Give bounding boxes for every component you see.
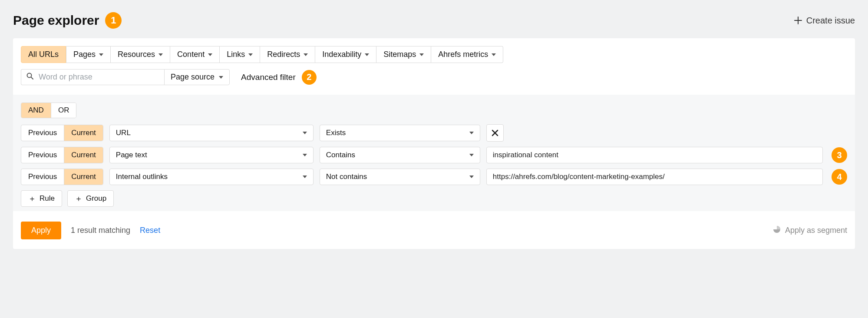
- rules-container: PreviousCurrentURLExistsPreviousCurrentP…: [21, 124, 847, 185]
- search-row: Page source Advanced filter 2: [13, 63, 855, 85]
- footer-row: Apply 1 result matching Reset Apply as s…: [13, 211, 855, 239]
- create-issue-button[interactable]: Create issue: [794, 16, 855, 26]
- plus-icon: ＋: [75, 195, 83, 202]
- operator-select[interactable]: Contains: [320, 147, 480, 163]
- tab-label: Resources: [118, 50, 155, 59]
- tab-all-urls[interactable]: All URLs: [21, 46, 66, 63]
- rule-badge: 4: [832, 169, 847, 185]
- tab-label: Ahrefs metrics: [438, 50, 488, 59]
- add-group-label: Group: [86, 194, 106, 203]
- tab-label: Content: [177, 50, 205, 59]
- plus-icon: ＋: [28, 195, 36, 202]
- reset-link[interactable]: Reset: [140, 226, 160, 235]
- caret-down-icon: [208, 53, 212, 56]
- previous-option[interactable]: Previous: [21, 125, 64, 141]
- tab-redirects[interactable]: Redirects: [260, 46, 315, 63]
- search-input[interactable]: [38, 72, 159, 82]
- operator-select[interactable]: Not contains: [320, 169, 480, 185]
- field-label: Internal outlinks: [116, 172, 168, 181]
- current-option[interactable]: Current: [64, 147, 103, 163]
- advanced-filter-button[interactable]: Advanced filter 2: [241, 70, 317, 85]
- caret-down-icon: [303, 132, 307, 134]
- caret-down-icon: [419, 53, 424, 56]
- bool-toggle: AND OR: [21, 103, 76, 118]
- value-input[interactable]: [486, 147, 823, 163]
- tab-label: Indexability: [322, 50, 361, 59]
- main-panel: All URLsPagesResourcesContentLinksRedire…: [13, 38, 855, 249]
- prev-current-toggle: PreviousCurrent: [21, 147, 103, 163]
- field-select[interactable]: Internal outlinks: [109, 169, 314, 185]
- operator-label: Contains: [326, 151, 355, 159]
- operator-label: Not contains: [326, 172, 367, 181]
- operator-label: Exists: [326, 129, 346, 137]
- add-row: ＋ Rule ＋ Group: [21, 190, 847, 207]
- field-select[interactable]: Page text: [109, 147, 314, 163]
- apply-segment-button[interactable]: Apply as segment: [773, 225, 847, 235]
- tabs-row: All URLsPagesResourcesContentLinksRedire…: [13, 46, 855, 63]
- caret-down-icon: [365, 53, 369, 56]
- create-issue-label: Create issue: [806, 16, 855, 26]
- svg-point-0: [27, 73, 32, 78]
- filter-builder: AND OR PreviousCurrentURLExistsPreviousC…: [13, 95, 855, 211]
- current-option[interactable]: Current: [64, 169, 103, 185]
- caret-down-icon: [469, 176, 474, 178]
- field-label: Page text: [116, 151, 147, 159]
- rule-badge: 3: [832, 147, 847, 163]
- tab-ahrefs-metrics[interactable]: Ahrefs metrics: [431, 46, 503, 63]
- plus-icon: [794, 17, 802, 24]
- tab-sitemaps[interactable]: Sitemaps: [376, 46, 431, 63]
- advanced-filter-label: Advanced filter: [241, 73, 296, 82]
- tab-indexability[interactable]: Indexability: [315, 46, 376, 63]
- prev-current-toggle: PreviousCurrent: [21, 169, 103, 185]
- field-label: URL: [116, 129, 131, 137]
- caret-down-icon: [219, 76, 223, 79]
- header-row: Page explorer 1 Create issue: [13, 12, 855, 29]
- advanced-filter-badge: 2: [302, 70, 317, 85]
- footer-left: Apply 1 result matching Reset: [21, 222, 160, 239]
- tab-label: Sitemaps: [383, 50, 416, 59]
- caret-down-icon: [469, 132, 474, 134]
- caret-down-icon: [303, 176, 307, 178]
- tab-label: Redirects: [267, 50, 300, 59]
- page-source-select[interactable]: Page source: [164, 69, 230, 85]
- add-group-button[interactable]: ＋ Group: [67, 190, 114, 207]
- title-wrap: Page explorer 1: [13, 12, 122, 29]
- caret-down-icon: [304, 53, 308, 56]
- close-icon: [492, 129, 498, 136]
- add-rule-label: Rule: [40, 194, 55, 203]
- tab-pages[interactable]: Pages: [66, 46, 111, 63]
- bool-and[interactable]: AND: [21, 103, 51, 118]
- tab-label: All URLs: [28, 50, 59, 59]
- page-source-label: Page source: [171, 73, 215, 82]
- caret-down-icon: [469, 154, 474, 156]
- title-badge: 1: [105, 12, 122, 29]
- previous-option[interactable]: Previous: [21, 147, 64, 163]
- tab-label: Pages: [73, 50, 96, 59]
- pie-icon: [773, 225, 781, 235]
- add-rule-button[interactable]: ＋ Rule: [21, 190, 62, 207]
- prev-current-toggle: PreviousCurrent: [21, 125, 103, 141]
- delete-rule-button[interactable]: [486, 124, 504, 142]
- tab-links[interactable]: Links: [220, 46, 260, 63]
- tab-content[interactable]: Content: [170, 46, 220, 63]
- rule-row: PreviousCurrentInternal outlinksNot cont…: [21, 169, 847, 185]
- tab-resources[interactable]: Resources: [111, 46, 170, 63]
- bool-or[interactable]: OR: [51, 103, 76, 118]
- caret-down-icon: [303, 154, 307, 156]
- previous-option[interactable]: Previous: [21, 169, 64, 185]
- result-count: 1 result matching: [71, 226, 130, 235]
- caret-down-icon: [492, 53, 496, 56]
- search-icon: [26, 73, 33, 82]
- caret-down-icon: [99, 53, 103, 56]
- field-select[interactable]: URL: [109, 125, 314, 141]
- apply-segment-label: Apply as segment: [785, 226, 847, 235]
- current-option[interactable]: Current: [64, 125, 103, 141]
- value-input[interactable]: [486, 169, 823, 185]
- caret-down-icon: [248, 53, 253, 56]
- search-box[interactable]: [21, 69, 164, 85]
- page-title: Page explorer: [13, 13, 99, 28]
- caret-down-icon: [158, 53, 163, 56]
- rule-row: PreviousCurrentPage textContains3: [21, 147, 847, 163]
- apply-button[interactable]: Apply: [21, 222, 61, 239]
- operator-select[interactable]: Exists: [320, 125, 480, 141]
